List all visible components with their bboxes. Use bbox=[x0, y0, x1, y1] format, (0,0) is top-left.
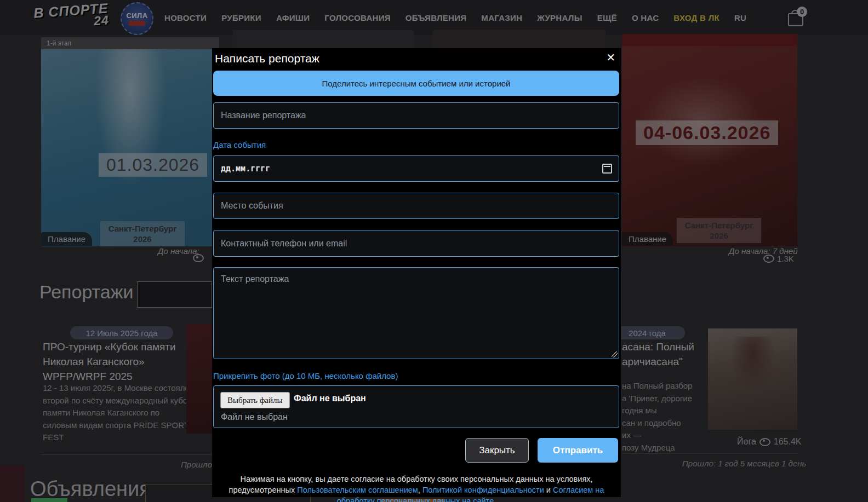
file-status: Файл не выбран bbox=[294, 394, 366, 403]
photo-label: Прикрепить фото (до 10 МБ, несколько фай… bbox=[213, 371, 398, 380]
consent-period: . bbox=[494, 497, 496, 502]
calendar-icon[interactable] bbox=[602, 164, 612, 174]
report-text-textarea[interactable]: Текст репортажа bbox=[213, 267, 619, 359]
close-icon[interactable]: ✕ bbox=[606, 51, 615, 64]
date-value: дд.мм.гггг bbox=[221, 164, 270, 174]
date-label: Дата события bbox=[213, 140, 266, 149]
contact-placeholder: Контактный телефон или email bbox=[221, 239, 347, 249]
modal-banner: Поделитесь интересным событием или истор… bbox=[213, 71, 619, 96]
file-input-area[interactable]: Выбрать файлы Файл не выбран Файл не выб… bbox=[213, 385, 619, 428]
choose-files-button[interactable]: Выбрать файлы bbox=[220, 392, 290, 408]
consent-comma: , bbox=[418, 486, 422, 494]
date-input[interactable]: дд.мм.гггг bbox=[213, 155, 619, 182]
modal-title: Написать репортаж bbox=[215, 52, 319, 65]
file-status-secondary: Файл не выбран bbox=[221, 412, 288, 422]
user-agreement-link[interactable]: Пользовательским соглашением bbox=[297, 486, 418, 494]
place-input[interactable]: Место события bbox=[213, 193, 619, 219]
place-placeholder: Место события bbox=[221, 201, 283, 211]
consent-and: и bbox=[544, 486, 553, 494]
report-title-placeholder: Название репортажа bbox=[221, 111, 306, 120]
write-report-modal: Написать репортаж ✕ Поделитесь интересны… bbox=[212, 48, 621, 497]
consent-text: Нажимая на кнопку, вы даете согласие на … bbox=[216, 474, 616, 502]
report-text-placeholder: Текст репортажа bbox=[221, 274, 289, 284]
report-title-input[interactable]: Название репортажа bbox=[213, 102, 619, 129]
privacy-policy-link[interactable]: Политикой конфиденциальности bbox=[422, 486, 544, 494]
resize-handle-icon[interactable] bbox=[612, 351, 618, 357]
close-button[interactable]: Закрыть bbox=[465, 438, 529, 463]
submit-button[interactable]: Отправить bbox=[538, 438, 618, 463]
contact-input[interactable]: Контактный телефон или email bbox=[213, 230, 619, 257]
